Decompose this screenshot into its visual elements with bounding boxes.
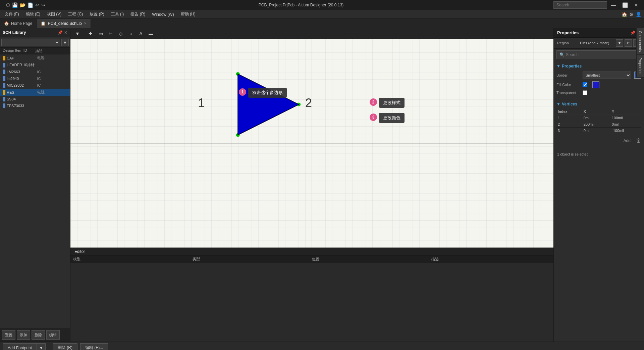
property-search-input[interactable] [566,52,638,57]
item-desc: IC [37,70,68,74]
titlebar: ⬡ 💾 📂 📄 ↩ ↪ PCB_Project.PrjPcb - Altium … [0,0,644,10]
vertices-col-x: X [582,108,610,115]
list-item[interactable]: lm2940 IC [0,75,70,82]
region-filter-icon[interactable]: ▼ [616,39,623,47]
filter-options-button[interactable]: ≡ [61,39,69,46]
item-name: TPS73633 [7,104,37,108]
add-item-button[interactable]: 添加 [17,330,30,340]
filter-select[interactable] [1,39,60,46]
settings-icon[interactable]: ⚙ [629,12,634,17]
bar-tool-button[interactable]: ▬ [147,29,155,38]
item-color-indicator [3,56,5,60]
delete-vertex-button[interactable]: 🗑 [636,138,641,144]
menu-help[interactable]: 帮助 (H) [177,10,199,18]
circle-tool-button[interactable]: ○ [126,29,135,38]
col-desc: 描述 [35,48,68,53]
table-row: 3 0mil -100mil [556,128,641,134]
list-item[interactable]: SS34 [0,96,70,102]
add-footprint-button[interactable]: Add Footprint [3,343,37,350]
set-button[interactable]: 置置 [2,330,15,340]
titlebar-icons: ⬡ 💾 📂 📄 ↩ ↪ [3,2,49,8]
list-item[interactable]: HEADER 10排针 [0,61,70,69]
vertex-index: 1 [556,115,582,121]
triangle-polygon[interactable] [238,74,299,135]
undo-icon[interactable]: ↩ [35,2,39,8]
menu-report[interactable]: 报告 (R) [127,10,149,18]
add-footprint-group: Add Footprint ▼ [3,343,46,350]
tab-homepage[interactable]: 🏠 Home Page [0,19,37,28]
menu-place[interactable]: 放置 (P) [86,10,107,18]
label-2: 2 [305,96,312,110]
editor-title: Editor [74,249,85,254]
list-item[interactable]: LM2663 IC [0,69,70,75]
filter-tool-button[interactable]: ▼ [73,29,82,38]
list-item[interactable]: TPS73633 [0,102,70,109]
add-footprint-dropdown[interactable]: ▼ [37,343,46,350]
tab-close-icon[interactable]: ✕ [84,21,87,25]
home-icon[interactable]: 🏠 [622,12,627,17]
redo-icon[interactable]: ↪ [41,2,45,8]
delete-button[interactable]: 删除 (R) [53,343,77,350]
add-vertex-button[interactable]: Add [621,137,633,144]
side-tab-properties[interactable]: Properties [636,55,644,77]
properties-header: Properties 📌 ✕ [554,28,644,38]
delete-item-button[interactable]: 删除 [32,330,45,340]
item-desc: IC [37,83,68,87]
properties-panel: Properties 📌 ✕ Region Pins (and 7 more) … [553,28,644,342]
diamond-tool-button[interactable]: ◇ [116,29,125,38]
menu-edit[interactable]: 编辑 (E) [22,10,44,18]
user-icon[interactable]: 👤 [636,12,641,17]
text-tool-button[interactable]: A [137,29,145,38]
triangle-svg[interactable] [235,71,302,138]
panel-close-icon[interactable]: ✕ [64,30,67,35]
side-tab-components[interactable]: Components [636,28,644,55]
fill-color-checkbox[interactable] [583,82,587,87]
menu-file[interactable]: 文件 (F) [1,10,22,18]
panel-pin-icon[interactable]: 📌 [58,30,63,35]
tab-schlib[interactable]: 📋 PCB_demo.SchLib ✕ [37,19,91,28]
property-search-box[interactable]: 🔍 [556,50,641,59]
close-button[interactable]: ✕ [631,0,641,10]
vertices-title: ▼ Vertices [556,102,641,106]
menu-project[interactable]: 工程 (C) [65,10,86,18]
list-item[interactable]: MIC29302 IC [0,82,70,89]
properties-pin-icon[interactable]: 📌 [630,31,635,35]
editor-header: Editor [70,248,553,256]
minimize-button[interactable]: — [608,0,619,10]
canvas-area[interactable]: 1 2 1 双击这个多边形 [70,39,553,248]
section-collapse-icon[interactable]: ▼ [556,64,560,69]
save-icon[interactable]: 💾 [12,2,18,8]
region-action1-icon[interactable]: ⟳ [625,39,632,47]
vertex-x: 0mil [582,128,610,134]
menubar: 文件 (F) 编辑 (E) 视图 (V) 工程 (C) 放置 (P) 工具 (I… [0,10,644,19]
label-1: 1 [198,96,205,110]
border-select[interactable]: Smallest [583,72,631,79]
toolbar-separator [84,30,84,37]
list-item[interactable]: RES 电阻 [0,89,70,96]
menu-window[interactable]: Window (W) [149,11,177,18]
vertices-collapse-icon[interactable]: ▼ [556,102,560,106]
step-1-badge: 1 [239,88,246,96]
menu-view[interactable]: 视图 (V) [44,10,65,18]
edit-button[interactable]: 编辑 (E)... [80,343,108,350]
vertex-y: 0mil [610,121,641,128]
menu-tools[interactable]: 工具 (I) [108,10,127,18]
maximize-button[interactable]: ⬜ [620,0,630,10]
triangle-shape[interactable] [235,71,302,139]
new-icon[interactable]: 📄 [28,2,33,8]
edit-item-button[interactable]: 编辑 [46,330,60,340]
open-icon[interactable]: 📂 [20,2,25,8]
left-panel-controls: 📌 ✕ [58,30,67,35]
global-search-input[interactable] [553,1,607,9]
line-tool-button[interactable]: ⊢ [106,29,115,38]
vertex-x: 0mil [582,115,610,121]
titlebar-left: ⬡ 💾 📂 📄 ↩ ↪ [0,2,49,8]
list-item[interactable]: CAP 电容 [0,54,70,61]
title-text: PCB_Project.PrjPcb - Altium Designer (20… [49,3,553,7]
transparent-checkbox[interactable] [583,90,587,95]
fill-color-button[interactable] [592,81,599,88]
region-label: Region [557,41,577,45]
add-tool-button[interactable]: ✚ [86,29,95,38]
rectangle-tool-button[interactable]: ▭ [96,29,105,38]
vertex-x: 200mil [582,121,610,128]
